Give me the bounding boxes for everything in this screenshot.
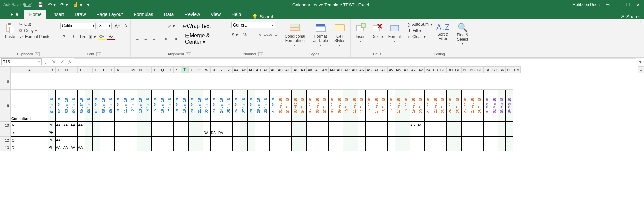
column-header[interactable]: J (107, 66, 115, 73)
column-header[interactable]: H (93, 66, 100, 73)
data-cell[interactable] (506, 144, 513, 151)
date-header-cell[interactable]: 31 Jan 18 (270, 90, 277, 122)
date-header-cell[interactable]: 19 Jan 18 (181, 90, 189, 122)
tab-data[interactable]: Data (159, 10, 179, 19)
consultant-header-cell[interactable]: Consultant (11, 90, 48, 122)
autosum-button[interactable]: ∑AutoSum ▾ (408, 22, 432, 27)
data-cell[interactable] (196, 122, 203, 129)
data-cell[interactable] (402, 137, 410, 144)
tab-view[interactable]: View (206, 10, 225, 19)
date-header-cell[interactable]: 02 Feb 18 (284, 90, 292, 122)
data-cell[interactable] (196, 144, 203, 151)
comma-format-icon[interactable]: , (250, 31, 258, 38)
column-header[interactable]: L (122, 66, 129, 73)
data-cell[interactable] (432, 122, 439, 129)
data-cell[interactable] (373, 144, 380, 151)
tab-file[interactable]: File (6, 10, 23, 19)
column-header[interactable]: D (63, 66, 70, 73)
borders-button[interactable]: ⊞ ▾ (89, 33, 96, 40)
bold-button[interactable]: B (60, 33, 68, 40)
data-cell[interactable] (329, 122, 336, 129)
date-header-cell[interactable]: 08 Jan 18 (100, 90, 107, 122)
data-cell[interactable] (63, 137, 70, 144)
column-header[interactable]: I (100, 66, 107, 73)
data-cell[interactable] (462, 137, 469, 144)
data-cell[interactable] (189, 122, 196, 129)
data-cell[interactable] (484, 122, 491, 129)
data-cell[interactable] (366, 137, 373, 144)
column-header[interactable]: M (129, 66, 137, 73)
column-header[interactable]: AX (402, 66, 410, 73)
data-cell[interactable] (321, 129, 329, 137)
data-cell[interactable] (343, 137, 351, 144)
date-header-cell[interactable]: 08 Feb 18 (329, 90, 336, 122)
sort-filter-button[interactable]: A↓Z Sort & Filter▾ (435, 22, 451, 45)
column-header[interactable]: AK (307, 66, 314, 73)
date-header-cell[interactable]: 10 Feb 18 (343, 90, 351, 122)
data-cell[interactable] (439, 122, 447, 129)
data-cell[interactable] (107, 144, 115, 151)
data-cell[interactable] (432, 144, 439, 151)
data-cell[interactable] (159, 144, 166, 151)
data-cell[interactable] (469, 137, 476, 144)
column-header[interactable]: BM (513, 66, 521, 73)
column-header[interactable]: S (174, 66, 181, 73)
data-cell[interactable] (307, 144, 314, 151)
data-cell[interactable] (277, 129, 284, 137)
save-icon[interactable]: 💾 (38, 2, 43, 7)
tab-help[interactable]: Help (227, 10, 246, 19)
column-header[interactable]: AB (240, 66, 248, 73)
data-cell[interactable] (498, 122, 506, 129)
data-cell[interactable] (321, 137, 329, 144)
data-cell[interactable] (417, 129, 425, 137)
data-cell[interactable] (417, 144, 425, 151)
data-cell[interactable] (248, 144, 255, 151)
date-header-cell[interactable]: 25 Jan 18 (225, 90, 233, 122)
font-size-combo[interactable]: 8▾ (98, 23, 112, 29)
date-header-cell[interactable]: 26 Feb 18 (462, 90, 469, 122)
data-cell[interactable] (439, 129, 447, 137)
column-header[interactable]: AJ (299, 66, 307, 73)
data-cell[interactable] (343, 144, 351, 151)
increase-decimal-icon[interactable]: .0→.00 (260, 31, 267, 38)
data-cell[interactable]: PH (48, 129, 56, 137)
data-cell[interactable] (159, 122, 166, 129)
data-cell[interactable] (314, 129, 321, 137)
minimize-icon[interactable]: — (616, 2, 620, 7)
data-cell[interactable]: AA (56, 137, 63, 144)
column-header[interactable]: K (115, 66, 122, 73)
data-cell[interactable] (166, 129, 174, 137)
data-cell[interactable] (380, 122, 388, 129)
data-cell[interactable] (454, 137, 462, 144)
data-cell[interactable] (166, 144, 174, 151)
data-cell[interactable] (122, 144, 129, 151)
font-name-combo[interactable]: Calibri▾ (60, 23, 96, 29)
qat-customize-icon[interactable]: ▾ (87, 2, 89, 7)
data-cell[interactable] (476, 144, 484, 151)
touch-mode-icon[interactable]: ☝ ▾ (73, 2, 82, 7)
select-all-corner[interactable] (0, 66, 11, 73)
conditional-formatting-button[interactable]: Conditional Formatting▾ (282, 22, 308, 47)
column-header[interactable]: AP (343, 66, 351, 73)
data-cell[interactable] (336, 129, 343, 137)
date-header-cell[interactable]: 07 Jan 18 (93, 90, 100, 122)
data-cell[interactable] (388, 122, 395, 129)
data-cell[interactable] (491, 137, 498, 144)
date-header-cell[interactable]: 14 Feb 18 (373, 90, 380, 122)
column-header[interactable]: AR (358, 66, 366, 73)
data-cell[interactable] (284, 144, 292, 151)
data-cell[interactable] (100, 122, 107, 129)
date-header-cell[interactable]: 05 Feb 18 (307, 90, 314, 122)
data-cell[interactable]: DA (203, 129, 211, 137)
data-cell[interactable] (388, 144, 395, 151)
date-header-cell[interactable]: 01 Jan 18 (48, 90, 56, 122)
date-header-cell[interactable]: 18 Feb 18 (402, 90, 410, 122)
data-cell[interactable] (402, 129, 410, 137)
data-cell[interactable] (159, 137, 166, 144)
data-cell[interactable] (93, 144, 100, 151)
data-cell[interactable] (233, 129, 240, 137)
column-header[interactable]: AM (321, 66, 329, 73)
data-cell[interactable] (292, 137, 299, 144)
data-cell[interactable]: AA (70, 122, 78, 129)
data-cell[interactable] (93, 129, 100, 137)
